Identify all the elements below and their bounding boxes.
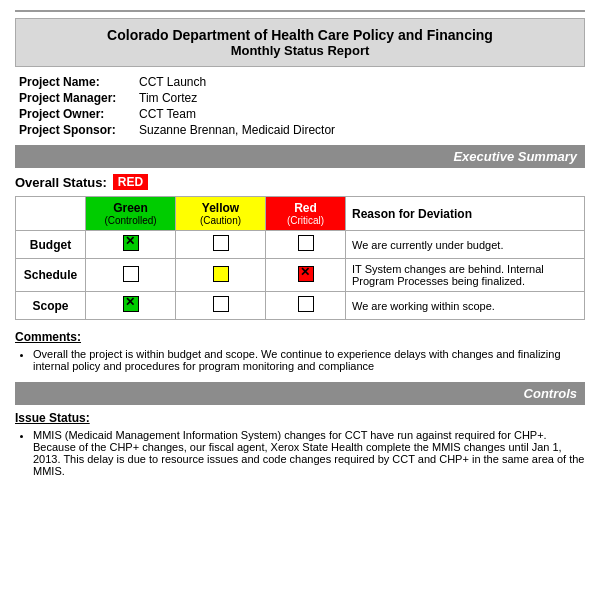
issue-status: Issue Status: MMIS (Medicaid Management …	[15, 411, 585, 477]
project-name-row: Project Name: CCT Launch	[19, 75, 585, 89]
checkbox-empty	[123, 266, 139, 282]
col-header-reason: Reason for Deviation	[346, 197, 585, 231]
checkbox-empty	[298, 235, 314, 251]
reason-cell: We are currently under budget.	[346, 231, 585, 259]
title-sub: Monthly Status Report	[22, 43, 578, 58]
issue-status-label: Issue Status:	[15, 411, 585, 425]
checkbox-green	[123, 235, 139, 251]
table-header-row: Green (Controlled) Yellow (Caution) Red …	[16, 197, 585, 231]
title-main: Colorado Department of Health Care Polic…	[22, 27, 578, 43]
table-row: ScopeWe are working within scope.	[16, 292, 585, 320]
table-row: ScheduleIT System changes are behind. In…	[16, 259, 585, 292]
header-box: Colorado Department of Health Care Polic…	[15, 18, 585, 67]
issue-item: MMIS (Medicaid Management Information Sy…	[33, 429, 585, 477]
col-header-yellow: Yellow (Caution)	[176, 197, 266, 231]
top-border	[15, 10, 585, 12]
table-row: BudgetWe are currently under budget.	[16, 231, 585, 259]
comments-list: Overall the project is within budget and…	[15, 348, 585, 372]
project-owner-value: CCT Team	[139, 107, 196, 121]
overall-status-value: RED	[113, 174, 148, 190]
project-sponsor-row: Project Sponsor: Suzanne Brennan, Medica…	[19, 123, 585, 137]
checkbox-yellow	[213, 266, 229, 282]
checkbox-empty	[213, 296, 229, 312]
reason-cell: We are working within scope.	[346, 292, 585, 320]
project-manager-row: Project Manager: Tim Cortez	[19, 91, 585, 105]
project-name-value: CCT Launch	[139, 75, 206, 89]
issue-list: MMIS (Medicaid Management Information Sy…	[15, 429, 585, 477]
project-manager-label: Project Manager:	[19, 91, 139, 105]
col-header-empty	[16, 197, 86, 231]
row-label: Budget	[16, 231, 86, 259]
checkbox-empty	[298, 296, 314, 312]
checkbox-empty	[213, 235, 229, 251]
project-sponsor-value: Suzanne Brennan, Medicaid Director	[139, 123, 335, 137]
reason-cell: IT System changes are behind. Internal P…	[346, 259, 585, 292]
comments-section: Comments: Overall the project is within …	[15, 330, 585, 372]
project-owner-label: Project Owner:	[19, 107, 139, 121]
comments-label: Comments:	[15, 330, 585, 344]
executive-summary-header: Executive Summary	[15, 145, 585, 168]
comment-item: Overall the project is within budget and…	[33, 348, 585, 372]
row-label: Schedule	[16, 259, 86, 292]
project-manager-value: Tim Cortez	[139, 91, 197, 105]
project-sponsor-label: Project Sponsor:	[19, 123, 139, 137]
controls-header: Controls	[15, 382, 585, 405]
overall-status-label: Overall Status:	[15, 175, 107, 190]
row-label: Scope	[16, 292, 86, 320]
project-owner-row: Project Owner: CCT Team	[19, 107, 585, 121]
status-table: Green (Controlled) Yellow (Caution) Red …	[15, 196, 585, 320]
col-header-green: Green (Controlled)	[86, 197, 176, 231]
project-info: Project Name: CCT Launch Project Manager…	[15, 75, 585, 137]
checkbox-red	[298, 266, 314, 282]
overall-status: Overall Status: RED	[15, 174, 585, 190]
project-name-label: Project Name:	[19, 75, 139, 89]
col-header-red: Red (Critical)	[266, 197, 346, 231]
checkbox-green	[123, 296, 139, 312]
